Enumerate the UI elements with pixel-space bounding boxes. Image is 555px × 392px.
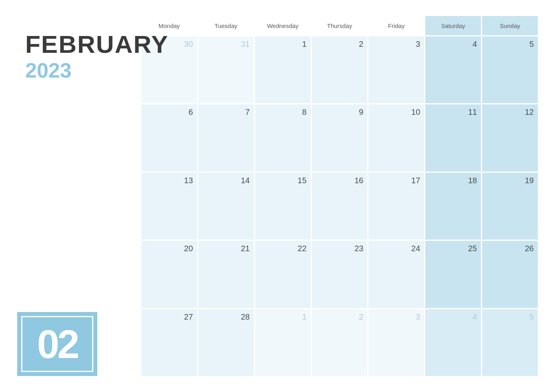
day-number: 4 bbox=[473, 40, 477, 49]
day-cell[interactable]: 13 bbox=[141, 173, 197, 240]
day-header-saturday: Saturday bbox=[425, 16, 481, 35]
day-number: 8 bbox=[302, 108, 306, 117]
day-cell[interactable]: 4 bbox=[425, 36, 481, 103]
month-badge: 02 bbox=[17, 312, 97, 376]
day-cell[interactable]: 7 bbox=[198, 104, 254, 171]
day-number: 2 bbox=[359, 40, 363, 49]
day-cell[interactable]: 14 bbox=[198, 173, 254, 240]
day-number: 20 bbox=[184, 244, 193, 253]
week-row-4: 20212223242526 bbox=[141, 241, 538, 308]
day-cell[interactable]: 3 bbox=[368, 309, 424, 376]
day-number: 5 bbox=[529, 312, 534, 322]
day-number: 25 bbox=[468, 244, 477, 253]
day-cell[interactable]: 15 bbox=[255, 173, 311, 240]
day-number: 24 bbox=[411, 244, 420, 253]
day-cell[interactable]: 4 bbox=[425, 309, 481, 376]
day-cell[interactable]: 26 bbox=[482, 241, 538, 308]
day-cell[interactable]: 2 bbox=[312, 36, 368, 103]
day-cell[interactable]: 28 bbox=[198, 309, 254, 376]
day-cell[interactable]: 21 bbox=[198, 241, 254, 308]
day-number: 9 bbox=[359, 108, 363, 117]
day-cell[interactable]: 24 bbox=[368, 241, 424, 308]
day-cell[interactable]: 1 bbox=[255, 309, 311, 376]
week-row-3: 13141516171819 bbox=[141, 173, 538, 240]
day-header-tuesday: Tuesday bbox=[198, 16, 254, 35]
day-header-sunday: Sunday bbox=[482, 16, 538, 35]
day-number: 3 bbox=[416, 312, 420, 322]
day-cell[interactable]: 19 bbox=[482, 173, 538, 240]
calendar-grid: MondayTuesdayWednesdayThursdayFridaySatu… bbox=[141, 16, 538, 376]
week-row-2: 6789101112 bbox=[141, 104, 538, 171]
month-title: FEBRUARY bbox=[25, 32, 141, 57]
day-number: 6 bbox=[189, 108, 193, 117]
year-title: 2023 bbox=[25, 60, 141, 81]
day-number: 26 bbox=[525, 244, 534, 253]
day-cell[interactable]: 25 bbox=[425, 241, 481, 308]
day-cell[interactable]: 3 bbox=[368, 36, 424, 103]
day-cell[interactable]: 5 bbox=[482, 309, 538, 376]
day-cell[interactable]: 6 bbox=[141, 104, 197, 171]
day-number: 17 bbox=[411, 176, 420, 185]
week-row-5: 272812345 bbox=[141, 309, 538, 376]
day-cell[interactable]: 5 bbox=[482, 36, 538, 103]
day-number: 10 bbox=[411, 108, 420, 117]
day-cell[interactable]: 27 bbox=[141, 309, 197, 376]
day-number: 12 bbox=[525, 108, 534, 117]
day-cell[interactable]: 18 bbox=[425, 173, 481, 240]
day-number: 16 bbox=[354, 176, 363, 185]
day-number: 11 bbox=[468, 108, 477, 117]
day-number: 1 bbox=[302, 40, 306, 49]
day-number: 22 bbox=[298, 244, 306, 253]
day-cell[interactable]: 2 bbox=[312, 309, 368, 376]
weeks-container: 3031123456789101112131415161718192021222… bbox=[141, 36, 538, 376]
day-cell[interactable]: 8 bbox=[255, 104, 311, 171]
day-number: 27 bbox=[184, 312, 193, 322]
day-cell[interactable]: 17 bbox=[368, 173, 424, 240]
day-number: 7 bbox=[245, 108, 250, 117]
day-number: 23 bbox=[354, 244, 363, 253]
day-headers: MondayTuesdayWednesdayThursdayFridaySatu… bbox=[141, 16, 538, 35]
day-number: 13 bbox=[184, 176, 193, 185]
day-number: 18 bbox=[468, 176, 477, 185]
month-badge-number: 02 bbox=[21, 316, 93, 372]
day-number: 5 bbox=[529, 40, 534, 49]
day-number: 28 bbox=[241, 312, 249, 322]
left-panel: FEBRUARY 2023 02 bbox=[17, 16, 141, 376]
day-number: 30 bbox=[184, 40, 193, 49]
day-header-thursday: Thursday bbox=[312, 16, 368, 35]
day-cell[interactable]: 23 bbox=[312, 241, 368, 308]
day-number: 31 bbox=[241, 40, 249, 49]
day-number: 3 bbox=[416, 40, 420, 49]
day-number: 21 bbox=[241, 244, 249, 253]
day-cell[interactable]: 9 bbox=[312, 104, 368, 171]
calendar-container: FEBRUARY 2023 02 MondayTuesdayWednesdayT… bbox=[17, 16, 538, 376]
day-cell[interactable]: 1 bbox=[255, 36, 311, 103]
week-row-1: 303112345 bbox=[141, 36, 538, 103]
day-cell[interactable]: 10 bbox=[368, 104, 424, 171]
day-cell[interactable]: 20 bbox=[141, 241, 197, 308]
day-number: 4 bbox=[473, 312, 477, 322]
day-number: 19 bbox=[525, 176, 534, 185]
day-header-wednesday: Wednesday bbox=[255, 16, 311, 35]
day-cell[interactable]: 31 bbox=[198, 36, 254, 103]
day-cell[interactable]: 12 bbox=[482, 104, 538, 171]
day-number: 14 bbox=[241, 176, 249, 185]
day-cell[interactable]: 11 bbox=[425, 104, 481, 171]
day-cell[interactable]: 16 bbox=[312, 173, 368, 240]
day-number: 2 bbox=[359, 312, 363, 322]
day-header-friday: Friday bbox=[368, 16, 424, 35]
day-number: 15 bbox=[298, 176, 306, 185]
day-cell[interactable]: 22 bbox=[255, 241, 311, 308]
day-number: 1 bbox=[302, 312, 306, 322]
